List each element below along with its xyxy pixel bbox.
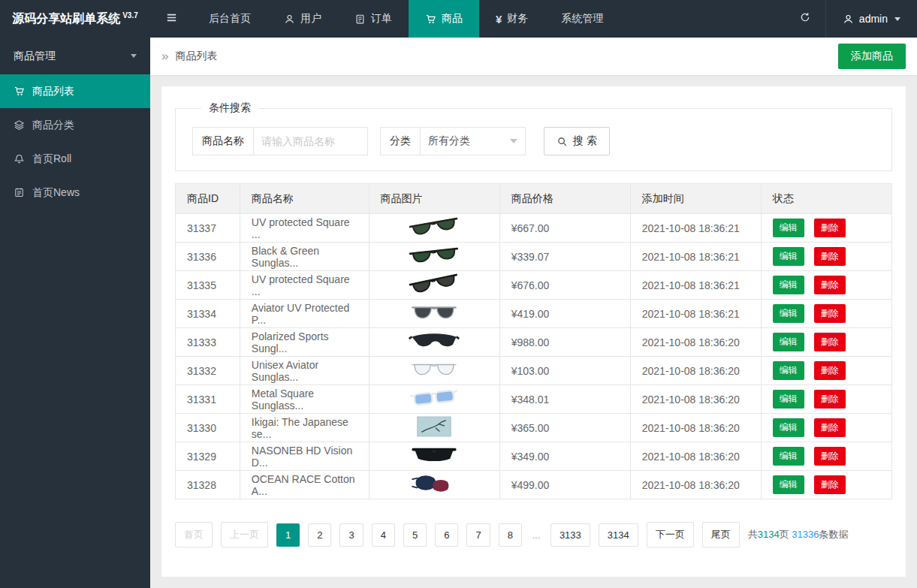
- delete-button[interactable]: 删除: [814, 333, 846, 351]
- search-button[interactable]: 搜 索: [544, 127, 610, 155]
- product-time: 2021-10-08 18:36:20: [630, 357, 761, 385]
- sidebar-item-home-roll[interactable]: 首页Roll: [0, 142, 150, 176]
- product-name: Metal Square Sunglass...: [240, 385, 369, 414]
- product-image: [406, 216, 462, 237]
- delete-button[interactable]: 删除: [814, 361, 846, 380]
- category-select[interactable]: 所有分类: [421, 127, 526, 155]
- pagination-button[interactable]: 8: [499, 523, 522, 547]
- pagination-summary: 共3134页 31336条数据: [748, 528, 849, 541]
- pagination-button[interactable]: 1: [276, 523, 300, 547]
- product-price: ¥419.00: [499, 300, 630, 328]
- edit-button[interactable]: 编辑: [773, 447, 804, 466]
- sidebar-item-product-list[interactable]: 商品列表: [0, 74, 150, 108]
- user-icon: [284, 14, 295, 25]
- edit-button[interactable]: 编辑: [773, 418, 804, 437]
- pagination-button[interactable]: 7: [466, 523, 490, 547]
- edit-button[interactable]: 编辑: [773, 475, 804, 494]
- edit-button[interactable]: 编辑: [773, 304, 804, 323]
- delete-button[interactable]: 删除: [814, 276, 846, 294]
- delete-button[interactable]: 删除: [814, 475, 846, 494]
- nav-item-orders[interactable]: 订单: [338, 0, 409, 38]
- table-row: 31332 Unisex Aviator Sunglas... ¥103.00 …: [176, 357, 892, 385]
- product-image: [406, 445, 462, 466]
- sidebar-item-home-news[interactable]: 首页News: [0, 176, 150, 210]
- breadcrumb-chevrons-icon: »: [161, 49, 168, 64]
- pagination-button: 上一页: [221, 522, 268, 547]
- cart-icon: [425, 14, 436, 25]
- admin-user-icon: [843, 14, 854, 25]
- pagination-buttons: 首页上一页12345678...31333134下一页尾页: [175, 522, 748, 547]
- product-name: Polarized Sports Sungl...: [240, 328, 369, 357]
- product-id: 31329: [176, 442, 240, 471]
- bell-icon: [14, 153, 25, 164]
- pagination-button[interactable]: 下一页: [647, 522, 694, 547]
- pagination-button[interactable]: 3: [339, 523, 363, 547]
- column-product-price: 商品价格: [499, 184, 630, 214]
- delete-button[interactable]: 删除: [814, 219, 846, 237]
- add-product-button[interactable]: 添加商品: [838, 44, 906, 69]
- category-group: 分类 所有分类: [380, 127, 526, 155]
- product-price: ¥365.00: [499, 414, 630, 442]
- product-name-label: 商品名称: [192, 127, 254, 155]
- delete-button[interactable]: 删除: [814, 418, 846, 437]
- table-row: 31336 Black & Green Sunglas... ¥339.07 2…: [176, 243, 892, 271]
- edit-button[interactable]: 编辑: [773, 390, 804, 409]
- pagination: 首页上一页12345678...31333134下一页尾页 共3134页 313…: [175, 522, 892, 547]
- refresh-button[interactable]: [785, 0, 825, 38]
- yen-icon: ¥: [496, 14, 502, 25]
- chevron-down-icon: [894, 17, 900, 21]
- product-id: 31336: [176, 243, 240, 271]
- nav-item-system[interactable]: 系统管理: [544, 0, 620, 38]
- delete-button[interactable]: 删除: [814, 447, 846, 466]
- main-content: » 商品列表 添加商品 条件搜索 商品名称 分类 所有分类: [150, 0, 917, 577]
- sidebar-item-product-categories[interactable]: 商品分类: [0, 108, 150, 142]
- product-time: 2021-10-08 18:36:20: [630, 414, 761, 442]
- search-icon: [557, 136, 568, 147]
- product-time: 2021-10-08 18:36:21: [630, 271, 761, 300]
- product-image: [406, 273, 462, 294]
- edit-button[interactable]: 编辑: [773, 276, 804, 294]
- table-row: 31337 UV protected Square ... ¥667.00 20…: [176, 214, 892, 243]
- delete-button[interactable]: 删除: [814, 390, 846, 409]
- pagination-button[interactable]: 2: [308, 523, 331, 547]
- pagination-button[interactable]: 5: [403, 523, 427, 547]
- product-price: ¥348.01: [499, 385, 630, 414]
- product-name: UV protected Square ...: [240, 214, 369, 243]
- sidebar-group-product-management[interactable]: 商品管理: [0, 38, 150, 74]
- nav-item-users[interactable]: 用户: [267, 0, 338, 38]
- user-menu[interactable]: admin: [825, 0, 917, 38]
- nav-item-finance[interactable]: ¥ 财务: [479, 0, 544, 38]
- top-header: 源码分享站刷单系统V3.7 后台首页 用户 订单 商品 ¥ 财务 系统管理 ad…: [0, 0, 917, 38]
- chevron-down-icon: [510, 139, 517, 143]
- delete-button[interactable]: 删除: [814, 304, 846, 323]
- edit-button[interactable]: 编辑: [773, 333, 804, 351]
- pagination-button[interactable]: 尾页: [702, 522, 740, 547]
- edit-button[interactable]: 编辑: [773, 247, 804, 266]
- product-image: [406, 245, 462, 266]
- search-legend: 条件搜索: [201, 101, 258, 115]
- edit-button[interactable]: 编辑: [773, 361, 804, 380]
- top-nav: 后台首页 用户 订单 商品 ¥ 财务 系统管理: [192, 0, 620, 38]
- product-id: 31337: [176, 214, 240, 243]
- edit-button[interactable]: 编辑: [773, 219, 804, 237]
- news-icon: [14, 187, 25, 198]
- product-name: NASONEB HD Vision D...: [240, 442, 369, 471]
- sidebar-toggle-button[interactable]: [150, 0, 192, 38]
- pagination-button[interactable]: 3133: [551, 523, 590, 547]
- nav-item-products[interactable]: 商品: [409, 0, 479, 38]
- pagination-button[interactable]: 3134: [599, 523, 638, 547]
- product-price: ¥988.00: [499, 328, 630, 357]
- pagination-button[interactable]: 4: [372, 523, 395, 547]
- header-right: admin: [785, 0, 917, 38]
- breadcrumb: 商品列表: [175, 50, 217, 63]
- hamburger-icon: [165, 11, 178, 27]
- nav-item-dashboard[interactable]: 后台首页: [192, 0, 267, 38]
- product-table-body: 31337 UV protected Square ... ¥667.00 20…: [176, 214, 892, 499]
- pagination-button[interactable]: 6: [435, 523, 458, 547]
- product-name-input[interactable]: [254, 127, 368, 155]
- username: admin: [859, 13, 888, 25]
- search-fieldset: 条件搜索 商品名称 分类 所有分类 搜 索: [175, 101, 892, 171]
- delete-button[interactable]: 删除: [814, 247, 846, 266]
- table-row: 31335 UV protected Square ... ¥676.00 20…: [176, 271, 892, 300]
- total-pages: 3134: [758, 529, 780, 540]
